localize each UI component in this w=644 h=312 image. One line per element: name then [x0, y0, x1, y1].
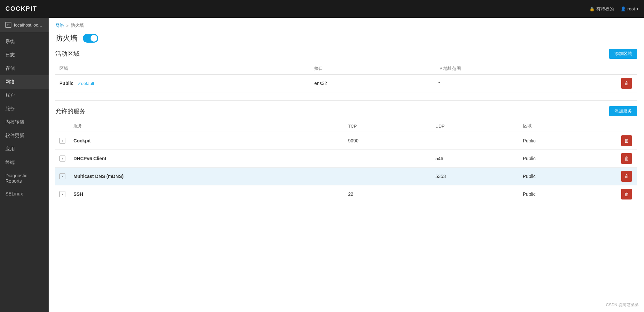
chevron-right-icon[interactable]: ›	[59, 138, 65, 144]
host-name: localhost.locald...	[14, 23, 43, 28]
add-service-button[interactable]: 添加服务	[609, 106, 637, 116]
delete-service-button[interactable]: 🗑	[621, 153, 632, 164]
lock-icon: 🔒	[589, 6, 595, 11]
allowed-services-section: 允许的服务 添加服务 服务 TCP UDP 区域 ›	[49, 106, 644, 211]
chevron-right-icon[interactable]: ›	[59, 173, 65, 179]
sidebar-item-logs[interactable]: 日志	[0, 48, 49, 62]
breadcrumb: 网络 > 防火墙	[49, 18, 644, 31]
user-icon: 👤	[621, 6, 626, 11]
sidebar-item-software-updates[interactable]: 软件更新	[0, 129, 49, 142]
sidebar-item-apps[interactable]: 应用	[0, 142, 49, 156]
top-header: COCKPIT 🔒 有特权的 👤 root ▾	[0, 0, 644, 18]
service-tcp: 9090	[344, 132, 431, 150]
expand-row-cell[interactable]: ›	[55, 150, 69, 168]
service-name: SSH	[69, 185, 344, 203]
chevron-down-icon: ▾	[637, 7, 639, 11]
sidebar-item-network[interactable]: 网络	[0, 75, 49, 89]
service-udp: 5353	[431, 168, 519, 185]
delete-service-button[interactable]: 🗑	[621, 171, 632, 182]
service-name: Multicast DNS (mDNS)	[69, 168, 344, 185]
footer-watermark: CSDN @阿酒弟弟	[606, 302, 639, 308]
breadcrumb-parent[interactable]: 网络	[55, 23, 64, 29]
user-label: root	[628, 6, 635, 11]
chevron-right-icon[interactable]: ›	[59, 191, 65, 197]
col-interface: 接口	[310, 63, 434, 75]
service-zone: Public	[519, 168, 617, 185]
host-selector[interactable]: □ localhost.locald...	[0, 18, 49, 32]
zone-ip-range: *	[434, 75, 617, 92]
col-service: 服务	[69, 120, 344, 132]
default-badge: ✓default	[77, 81, 94, 86]
sidebar-item-selinux[interactable]: SELinux	[0, 187, 49, 200]
sidebar-item-services[interactable]: 服务	[0, 102, 49, 116]
zone-interface: ens32	[310, 75, 434, 92]
section-divider	[55, 100, 637, 101]
service-tcp: 22	[344, 185, 431, 203]
active-zones-header: 活动区域 添加区域	[55, 49, 637, 63]
col-ip-range: IP 地址范围	[434, 63, 617, 75]
col-zone: 区域	[55, 63, 310, 75]
delete-service-button[interactable]: 🗑	[621, 135, 632, 146]
privilege-label: 有特权的	[596, 6, 614, 12]
sidebar-item-terminal[interactable]: 终端	[0, 156, 49, 169]
delete-service-button[interactable]: 🗑	[621, 189, 632, 199]
sidebar-nav: 系统 日志 存储 网络 账户 服务 内核转储 软件更新 应用 终端 Diagno…	[0, 32, 49, 312]
allowed-services-header: 允许的服务 添加服务	[55, 106, 637, 120]
sidebar-item-system[interactable]: 系统	[0, 35, 49, 48]
app-layout: □ localhost.locald... 系统 日志 存储 网络 账户 服务 …	[0, 18, 644, 312]
sidebar-item-diagnostic-reports[interactable]: Diagnostic Reports	[0, 169, 49, 187]
col-udp: UDP	[431, 120, 519, 132]
service-zone: Public	[519, 185, 617, 203]
delete-zone-button[interactable]: 🗑	[621, 78, 632, 89]
allowed-services-table: 服务 TCP UDP 区域 › Cockpit 9090 Public 🗑	[55, 120, 637, 203]
breadcrumb-separator: >	[66, 23, 69, 28]
sidebar-item-accounts[interactable]: 账户	[0, 89, 49, 102]
table-row: › SSH 22 Public 🗑	[55, 185, 637, 203]
add-zone-button[interactable]: 添加区域	[609, 49, 637, 59]
sidebar-item-kernel-dump[interactable]: 内核转储	[0, 116, 49, 129]
active-zones-title: 活动区域	[55, 50, 79, 58]
user-menu[interactable]: 👤 root ▾	[621, 6, 639, 11]
service-udp	[431, 132, 519, 150]
active-zones-section: 活动区域 添加区域 区域 接口 IP 地址范围 Public	[49, 49, 644, 100]
service-zone: Public	[519, 150, 617, 168]
service-tcp	[344, 168, 431, 185]
table-row: › DHCPv6 Client 546 Public 🗑	[55, 150, 637, 168]
delete-zone-cell: 🗑	[617, 75, 637, 92]
service-name: DHCPv6 Client	[69, 150, 344, 168]
header-right: 🔒 有特权的 👤 root ▾	[589, 6, 639, 12]
host-icon: □	[5, 22, 11, 28]
service-name: Cockpit	[69, 132, 344, 150]
service-zone: Public	[519, 132, 617, 150]
service-udp: 546	[431, 150, 519, 168]
firewall-toggle[interactable]	[83, 34, 98, 43]
delete-service-cell: 🗑	[617, 185, 637, 203]
expand-row-cell[interactable]: ›	[55, 185, 69, 203]
page-title: 防火墙	[55, 33, 77, 43]
col-zone: 区域	[519, 120, 617, 132]
sidebar-item-storage[interactable]: 存储	[0, 62, 49, 75]
delete-service-cell: 🗑	[617, 150, 637, 168]
delete-service-cell: 🗑	[617, 168, 637, 185]
page-header: 防火墙	[49, 31, 644, 49]
table-row: Public ✓default ens32 * 🗑	[55, 75, 637, 92]
table-row: › Multicast DNS (mDNS) 5353 Public 🗑	[55, 168, 637, 185]
main-content: 网络 > 防火墙 防火墙 活动区域 添加区域 区域 接口 IP 地址范围	[49, 18, 644, 312]
zone-name: Public ✓default	[55, 75, 310, 92]
expand-row-cell[interactable]: ›	[55, 168, 69, 185]
breadcrumb-current: 防火墙	[71, 23, 84, 29]
delete-service-cell: 🗑	[617, 132, 637, 150]
active-zones-table: 区域 接口 IP 地址范围 Public ✓default ens32 *	[55, 63, 637, 92]
allowed-services-title: 允许的服务	[55, 107, 86, 115]
col-tcp: TCP	[344, 120, 431, 132]
expand-row-cell[interactable]: ›	[55, 132, 69, 150]
service-udp	[431, 185, 519, 203]
table-row: › Cockpit 9090 Public 🗑	[55, 132, 637, 150]
chevron-right-icon[interactable]: ›	[59, 155, 65, 162]
sidebar: □ localhost.locald... 系统 日志 存储 网络 账户 服务 …	[0, 18, 49, 312]
service-tcp	[344, 150, 431, 168]
privilege-indicator: 🔒 有特权的	[589, 6, 614, 12]
brand-logo: COCKPIT	[5, 5, 37, 12]
